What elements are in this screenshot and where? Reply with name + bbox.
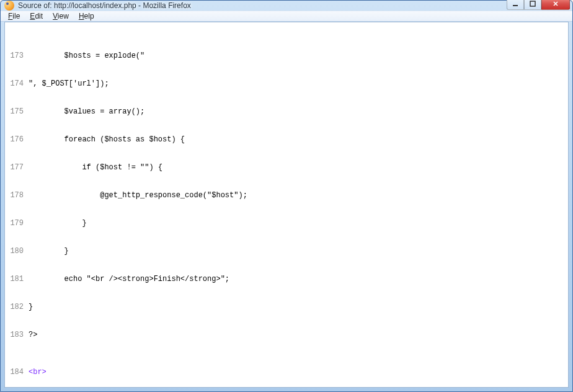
- source-line: 180 }: [5, 247, 568, 256]
- menu-help[interactable]: Help: [74, 11, 99, 21]
- source-line: 174", $_POST['url']);: [5, 79, 568, 89]
- source-code: 173 $hosts = explode(" 174", $_POST['url…: [5, 22, 568, 388]
- source-line: 184<br>: [5, 368, 568, 377]
- window-controls: [507, 0, 570, 10]
- maximize-button[interactable]: [524, 0, 541, 10]
- line-number: 181: [5, 275, 29, 284]
- close-icon: [553, 1, 559, 7]
- line-number: 178: [5, 191, 29, 200]
- menu-edit[interactable]: Edit: [25, 11, 48, 21]
- firefox-window: Source of: http://localhost/index.php - …: [0, 0, 573, 392]
- source-line: 183?>: [5, 331, 568, 340]
- window-title: Source of: http://localhost/index.php - …: [18, 1, 507, 10]
- menu-file[interactable]: File: [3, 11, 25, 21]
- svg-rect-1: [530, 1, 535, 6]
- source-line: 181 echo "<br /><strong>Finish</strong>"…: [5, 275, 568, 284]
- line-number: 182: [5, 303, 29, 312]
- firefox-icon: [4, 1, 14, 11]
- maximize-icon: [530, 1, 536, 7]
- line-number: 179: [5, 219, 29, 228]
- source-line: 179 }: [5, 219, 568, 228]
- minimize-icon: [512, 1, 518, 7]
- line-number: 173: [5, 51, 29, 61]
- line-number: 183: [5, 331, 29, 340]
- source-line: 177 if ($host != "") {: [5, 163, 568, 172]
- minimize-button[interactable]: [507, 0, 524, 10]
- line-number: 174: [5, 79, 29, 89]
- line-number: 177: [5, 163, 29, 172]
- source-line: 178 @get_http_response_code("$host");: [5, 191, 568, 200]
- source-viewport[interactable]: 173 $hosts = explode(" 174", $_POST['url…: [4, 22, 569, 388]
- line-number: 180: [5, 247, 29, 256]
- line-number: 175: [5, 107, 29, 117]
- source-line: 173 $hosts = explode(": [5, 51, 568, 61]
- menu-view[interactable]: View: [48, 11, 74, 21]
- source-line: 182}: [5, 303, 568, 312]
- line-number: 176: [5, 135, 29, 145]
- close-button[interactable]: [541, 0, 570, 10]
- line-number: 184: [5, 368, 29, 377]
- svg-rect-0: [513, 5, 518, 6]
- menubar: File Edit View Help: [1, 11, 572, 22]
- source-line: 176 foreach ($hosts as $host) {: [5, 135, 568, 145]
- source-line: 175 $values = array();: [5, 107, 568, 117]
- titlebar[interactable]: Source of: http://localhost/index.php - …: [1, 1, 572, 11]
